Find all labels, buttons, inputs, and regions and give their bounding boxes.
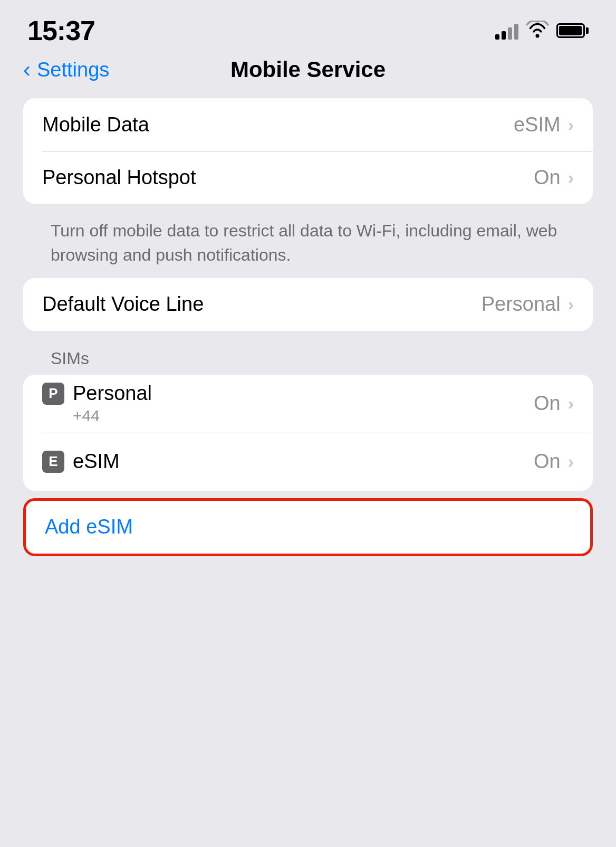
esim-left: E eSIM xyxy=(42,450,120,473)
mobile-data-chevron-icon: › xyxy=(568,115,574,135)
esim-name: eSIM xyxy=(73,450,120,473)
esim-right: On › xyxy=(534,450,574,473)
voice-line-chevron-icon: › xyxy=(568,294,574,315)
signal-bar-4 xyxy=(514,24,518,40)
personal-hotspot-right: On › xyxy=(534,166,574,189)
wifi-icon xyxy=(526,21,549,41)
signal-bars-icon xyxy=(495,22,518,40)
default-voice-line-right: Personal › xyxy=(482,293,574,316)
battery-icon xyxy=(556,23,589,38)
add-esim-row[interactable]: Add eSIM xyxy=(26,501,590,554)
voice-line-group: Default Voice Line Personal › xyxy=(23,278,593,331)
mobile-data-group: Mobile Data eSIM › Personal Hotspot On › xyxy=(23,98,593,204)
esim-chevron-icon: › xyxy=(568,451,574,472)
main-content: Mobile Data eSIM › Personal Hotspot On ›… xyxy=(0,93,616,556)
personal-sim-status: On xyxy=(534,392,561,415)
default-voice-line-label: Default Voice Line xyxy=(42,293,204,316)
signal-bar-1 xyxy=(495,34,499,40)
esim-row[interactable]: E eSIM On › xyxy=(23,433,593,491)
esim-name-row: E eSIM xyxy=(42,450,120,473)
esim-badge: E xyxy=(42,451,64,473)
signal-bar-3 xyxy=(508,27,512,40)
add-esim-group: Add eSIM xyxy=(23,498,593,556)
mobile-data-value: eSIM xyxy=(514,113,561,136)
add-esim-label: Add eSIM xyxy=(45,516,133,538)
personal-sim-badge: P xyxy=(42,383,64,405)
sims-group: P Personal +44 On › E eSIM On › xyxy=(23,375,593,491)
personal-sim-number: +44 xyxy=(42,407,152,425)
status-icons xyxy=(495,21,589,41)
personal-sim-row[interactable]: P Personal +44 On › xyxy=(23,375,593,433)
personal-sim-name: Personal xyxy=(73,382,152,405)
status-bar: 15:37 xyxy=(0,0,616,52)
esim-status: On xyxy=(534,450,561,473)
personal-sim-right: On › xyxy=(534,392,574,415)
status-time: 15:37 xyxy=(27,15,95,46)
mobile-data-label: Mobile Data xyxy=(42,113,149,136)
back-label: Settings xyxy=(37,59,109,81)
back-button[interactable]: ‹ Settings xyxy=(23,57,109,82)
page-title: Mobile Service xyxy=(230,57,386,82)
nav-bar: ‹ Settings Mobile Service xyxy=(0,52,616,93)
personal-hotspot-label: Personal Hotspot xyxy=(42,166,196,189)
personal-hotspot-row[interactable]: Personal Hotspot On › xyxy=(23,151,593,204)
mobile-data-right: eSIM › xyxy=(514,113,574,136)
personal-sim-left: P Personal +44 xyxy=(42,382,152,425)
personal-sim-chevron-icon: › xyxy=(568,393,574,414)
personal-hotspot-value: On xyxy=(534,166,561,189)
default-voice-line-value: Personal xyxy=(482,293,561,316)
mobile-data-row[interactable]: Mobile Data eSIM › xyxy=(23,98,593,151)
back-chevron-icon: ‹ xyxy=(23,57,31,82)
signal-bar-2 xyxy=(502,31,506,40)
personal-sim-name-row: P Personal xyxy=(42,382,152,405)
default-voice-line-row[interactable]: Default Voice Line Personal › xyxy=(23,278,593,331)
svg-point-0 xyxy=(536,34,540,38)
personal-hotspot-chevron-icon: › xyxy=(568,167,574,188)
mobile-data-caption: Turn off mobile data to restrict all dat… xyxy=(23,211,593,278)
sims-section-header: SIMs xyxy=(23,338,593,375)
